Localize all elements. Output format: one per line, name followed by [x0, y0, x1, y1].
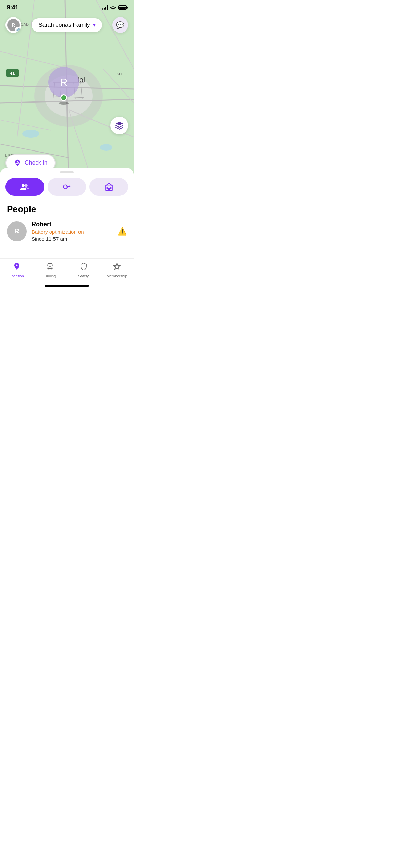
tab-people[interactable] [5, 178, 44, 196]
signal-icon [102, 5, 108, 10]
drag-handle [60, 171, 74, 173]
person-name: Robert [32, 221, 113, 228]
nav-membership[interactable]: Membership [100, 262, 134, 278]
svg-text:SH 1: SH 1 [117, 72, 125, 76]
status-icons [102, 5, 127, 10]
tab-places[interactable] [89, 178, 128, 196]
tab-pills [0, 178, 134, 201]
map-person-marker[interactable]: R [48, 67, 79, 105]
svg-text:41: 41 [10, 71, 15, 76]
top-controls: R ⚙️ Sarah Jonas Family ▾ 💬 [0, 17, 134, 33]
keys-icon [62, 182, 71, 191]
location-shadow [59, 102, 69, 105]
person-card-robert[interactable]: R Robert Battery optimization on Since 1… [7, 221, 127, 242]
chat-button[interactable]: 💬 [112, 17, 128, 33]
chevron-down-icon: ▾ [93, 22, 95, 28]
family-name: Sarah Jonas Family [38, 22, 90, 28]
family-selector[interactable]: Sarah Jonas Family ▾ [32, 18, 102, 32]
person-time: Since 11:57 am [32, 236, 113, 242]
chat-icon: 💬 [116, 21, 124, 29]
home-indicator [45, 285, 89, 287]
person-bubble: R [48, 67, 79, 98]
svg-line-11 [0, 120, 51, 130]
location-nav-icon [13, 262, 21, 273]
warning-icon: ⚠️ [118, 227, 127, 236]
svg-point-17 [22, 130, 39, 138]
driving-nav-icon [46, 262, 54, 273]
person-avatar: R [7, 221, 27, 241]
checkin-label: Check in [25, 159, 47, 166]
battery-icon [118, 5, 127, 10]
avatar-button[interactable]: R ⚙️ [5, 17, 21, 33]
people-icon [20, 183, 29, 191]
person-info: Robert Battery optimization on Since 11:… [32, 221, 113, 242]
nav-location[interactable]: Location [0, 262, 34, 278]
safety-nav-icon [80, 262, 88, 273]
location-dot [60, 94, 67, 101]
svg-point-30 [25, 184, 28, 187]
svg-rect-34 [107, 187, 108, 188]
checkin-pin-icon [14, 159, 21, 167]
time-display: 9:41 [7, 4, 19, 11]
membership-nav-icon [113, 262, 121, 273]
people-title: People [7, 204, 127, 215]
battery-status: Battery optimization on [32, 229, 113, 235]
svg-point-28 [113, 9, 114, 10]
driving-nav-label: Driving [44, 274, 56, 278]
nav-safety[interactable]: Safety [67, 262, 100, 278]
svg-point-29 [22, 184, 25, 187]
layers-button[interactable] [110, 117, 128, 134]
wifi-icon [110, 5, 116, 10]
svg-point-18 [100, 144, 112, 151]
status-bar: 9:41 [0, 0, 134, 15]
tab-keys[interactable] [48, 178, 86, 196]
people-section: People R Robert Battery optimization on … [0, 201, 134, 249]
nav-driving[interactable]: Driving [34, 262, 67, 278]
places-icon [105, 182, 113, 191]
svg-point-31 [63, 185, 67, 189]
svg-line-6 [0, 51, 69, 69]
svg-point-27 [17, 161, 19, 163]
membership-nav-label: Membership [107, 274, 127, 278]
svg-rect-33 [108, 188, 110, 191]
svg-rect-35 [110, 187, 111, 188]
safety-nav-label: Safety [78, 274, 89, 278]
gear-icon: ⚙️ [15, 27, 21, 33]
svg-point-36 [16, 265, 17, 266]
apple-icon:  [5, 153, 7, 158]
layers-icon [115, 121, 124, 130]
bottom-nav: Location Driving Safety Membership [0, 258, 134, 289]
location-nav-label: Location [10, 274, 24, 278]
